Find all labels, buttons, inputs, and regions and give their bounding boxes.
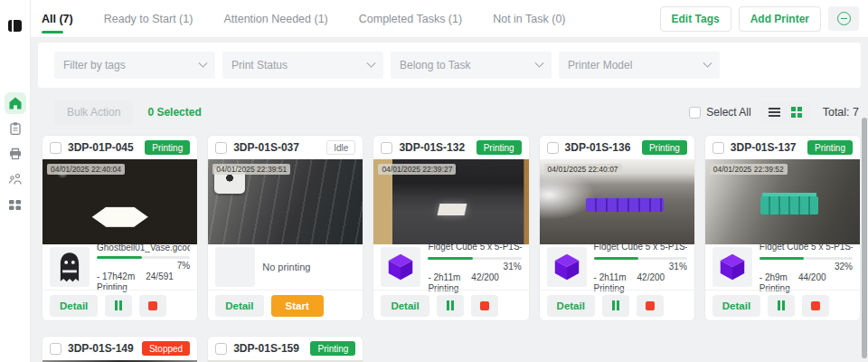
card-header: 3DP-01S-149 Stopped [42,337,197,360]
printer-name: 3DP-01S-159 [233,342,299,355]
model-thumbnail [215,247,255,287]
tab-not-in-task[interactable]: Not in Task (0) [493,1,565,36]
detail-button[interactable]: Detail [50,295,98,317]
status-badge: Stopped [142,341,190,356]
model-thumbnail [50,247,90,287]
detail-button[interactable]: Detail [712,295,760,317]
cube-model-icon [717,252,748,282]
sidebar-item-printers[interactable] [5,143,26,165]
detail-button[interactable]: Detail [547,295,595,317]
printer-card: 3DP-01S-159 Printing 04/01/2025 22:39:37… [207,336,363,362]
detail-button[interactable]: Detail [215,295,263,317]
time-remaining: - 17h42m [97,272,135,281]
main-content: All (7) Ready to Start (1) Attention Nee… [31,0,868,362]
bulk-action-button[interactable]: Bulk Action [54,100,133,125]
printer-checkbox[interactable] [215,142,227,154]
stop-button[interactable] [471,295,498,317]
stop-button[interactable] [802,295,829,317]
chevron-down-icon [367,58,376,67]
printer-checkbox[interactable] [547,142,559,154]
detail-button[interactable]: Detail [381,295,429,317]
pause-button[interactable] [602,295,629,317]
stop-icon [811,301,820,310]
select-all-control[interactable]: Select All [689,106,750,119]
printer-model-dropdown[interactable]: Printer Model [559,52,720,79]
stop-button[interactable] [637,295,664,317]
card-header: 3DP-01S-159 Printing [208,337,363,360]
time-remaining: - 2h9m [760,272,788,282]
belong-to-task-dropdown[interactable]: Belong to Task [391,52,552,79]
printer-checkbox[interactable] [50,343,61,355]
sidebar-item-home[interactable] [5,92,26,114]
printer-card: 3DP-01P-045 Printing 04/01/2025 22:40:04… [42,135,198,321]
camera-feed: 04/01/2025 22:40:04 [42,159,197,244]
tab-completed-tasks[interactable]: Completed Tasks (1) [359,1,462,36]
status-badge: Idle [326,140,355,155]
print-status-dropdown[interactable]: Print Status [222,52,383,79]
start-button[interactable]: Start [271,295,324,317]
pause-icon [447,300,449,310]
printer-checkbox[interactable] [381,142,392,154]
progress-bar [760,257,853,260]
panel-collapse-icon[interactable] [5,14,26,36]
filter-by-tags-dropdown[interactable]: Filter by tags [54,52,215,79]
print-progress-info: Fidget Cube 5 x 5-P1S-改.gcod... 31% - 2h… [594,241,687,293]
tab-ready-to-start[interactable]: Ready to Start (1) [104,1,193,36]
time-remaining: - 2h11m [428,272,460,282]
layer-count: 42/200 [637,272,665,282]
stop-button[interactable] [139,295,166,317]
tab-all[interactable]: All (7) [42,1,73,36]
apps-grid-icon [8,198,22,212]
printer-name: 3DP-01P-045 [68,141,134,154]
clipboard-icon [8,121,23,136]
sidebar-item-apps[interactable] [5,194,26,215]
card-actions: Detail Start [208,290,363,320]
progress-percent: 31% [428,262,521,272]
vertical-scrollbar[interactable] [862,118,867,358]
pause-button[interactable] [437,295,464,317]
camera-timestamp: 04/01/2025 22:40:07 [544,164,622,175]
print-progress-info: Fidget Cube 5 x 5-P1S-改.gcod... 32% - 2h… [760,241,853,293]
printer-name: 3DP-01S-149 [68,342,134,355]
sidebar-item-tasks[interactable] [5,118,26,139]
status-tabs: All (7) Ready to Start (1) Attention Nee… [42,1,660,36]
card-header: 3DP-01S-136 Printing [540,136,694,159]
dropdown-label: Print Status [231,59,288,71]
top-tab-bar: All (7) Ready to Start (1) Attention Nee… [31,0,868,38]
printer-name: 3DP-01S-037 [233,141,299,154]
filter-panel: Filter by tags Print Status Belong to Ta… [38,43,861,88]
add-printer-button[interactable]: Add Printer [739,6,821,32]
pause-button[interactable] [105,295,132,317]
list-view-icon[interactable] [769,108,780,110]
printer-card: 3DP-01S-149 Stopped 04/01/2025 22:39:37 … [42,336,198,362]
pause-button[interactable] [768,295,795,317]
camera-feed: 04/01/2025 22:39:51 [208,159,363,244]
printer-checkbox[interactable] [215,343,227,355]
layer-count: 44/200 [798,272,826,282]
dropdown-label: Printer Model [568,59,632,71]
printer-card: 3DP-01S-037 Idle 04/01/2025 22:39:51 No … [207,135,363,321]
time-remaining: - 2h11m [594,272,627,282]
status-badge: Printing [310,341,355,356]
pause-icon [115,300,118,310]
progress-bar [97,256,190,259]
chevron-down-icon [703,58,712,67]
printer-name: 3DP-01S-136 [565,141,631,154]
collapse-section-button[interactable] [828,6,859,31]
no-printing-label: No printing [262,262,355,272]
printer-card: 3DP-01S-132 Printing 04/01/2025 22:39:27… [373,135,529,321]
progress-bar [594,257,687,260]
printer-card: 3DP-01S-137 Printing 04/01/2025 22:39:52… [704,135,861,321]
camera-timestamp: 04/01/2025 22:39:51 [212,164,290,175]
grid-view-icon[interactable] [791,107,796,111]
tab-attention-needed[interactable]: Attention Needed (1) [223,1,327,36]
sidebar-item-users[interactable] [5,168,26,190]
select-all-checkbox[interactable] [689,107,701,119]
printer-checkbox[interactable] [50,142,61,154]
dropdown-label: Filter by tags [63,59,126,71]
printer-checkbox[interactable] [712,142,724,154]
cube-model-icon [385,252,416,282]
status-badge: Printing [807,140,853,155]
edit-tags-button[interactable]: Edit Tags [660,6,731,32]
printer-name: 3DP-01S-132 [399,141,465,154]
